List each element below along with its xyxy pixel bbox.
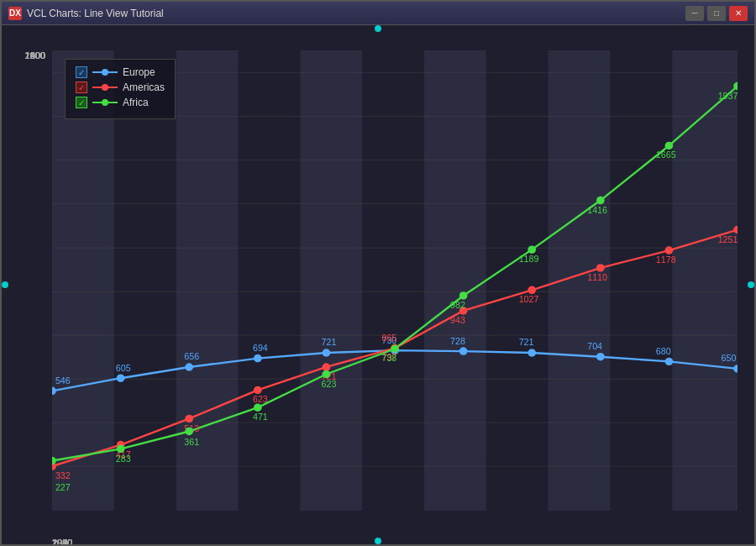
americas-dot-2030 [596,264,605,271]
americas-label-2040: 1178 [656,255,676,265]
x-label-2050: 2050 [52,538,72,544]
europe-dot-2020 [528,349,536,356]
close-button[interactable]: ✕ [729,6,748,21]
europe-dot-1970 [185,363,193,370]
europe-label-1960: 605 [116,363,131,373]
americas-label-2000-alt: 865 [381,333,396,343]
africa-label-2030: 1416 [587,205,607,215]
europe-label-2020: 721 [519,338,534,348]
europe-label-2030: 704 [587,341,602,351]
africa-label-2000: 738 [381,354,396,364]
americas-dot-1990 [323,363,331,370]
africa-label-2010: 982 [450,300,465,310]
window-controls: ─ □ ✕ [685,6,748,21]
africa-dot-1970 [185,428,193,435]
americas-label: Americas [123,81,165,93]
africa-dot-2030 [596,197,605,204]
svg-rect-9 [424,50,486,511]
africa-label-1950: 227 [55,483,71,493]
svg-rect-8 [300,50,362,511]
africa-line-icon [92,97,118,108]
africa-label-1970: 361 [184,437,199,447]
africa-checkbox[interactable]: ✓ [76,97,87,108]
europe-dot-1980 [254,354,262,362]
title-bar: DX VCL Charts: Line View Tutorial ─ □ ✕ [2,2,754,25]
svg-rect-6 [52,50,114,511]
americas-label-2020: 1027 [519,295,539,305]
africa-dot-2000 [391,345,399,353]
africa-label: Africa [123,97,149,108]
svg-point-3 [102,84,108,91]
svg-rect-11 [672,50,738,511]
legend-africa: ✓ Africa [76,97,165,108]
europe-label-1980: 694 [253,343,268,353]
americas-label-1950: 332 [55,470,71,480]
europe-dot-2030 [596,353,605,360]
africa-label-1960: 283 [116,454,131,465]
europe-label-2050: 650 [722,354,737,364]
africa-label-2020: 1189 [519,254,539,264]
americas-line-icon [92,82,118,92]
africa-dot-1990 [323,370,331,378]
americas-label-2050: 1251 [718,234,738,244]
africa-polyline [52,87,738,461]
africa-dot-2040 [665,142,674,150]
americas-checkbox[interactable]: ✓ [76,81,87,93]
americas-dot-1970 [185,415,193,423]
maximize-button[interactable]: □ [707,6,726,21]
legend-europe: ✓ Europe [76,66,165,78]
minimize-button[interactable]: ─ [685,6,704,21]
window-title: VCL Charts: Line View Tutorial [27,8,685,19]
africa-dot-2020 [528,245,536,253]
africa-label-1990: 623 [322,379,337,389]
europe-line-icon [92,67,118,77]
top-scroll-indicator [375,25,381,32]
americas-label-2030: 1110 [587,272,607,282]
americas-label-1980: 623 [253,395,268,405]
europe-label-1990: 721 [322,338,337,348]
chart-svg: 546 605 656 694 721 730 728 721 704 680 … [52,50,738,511]
europe-label: Europe [123,66,155,78]
europe-dot-1990 [323,349,331,356]
europe-label-1970: 656 [184,352,199,362]
chart-container: 2000 1800 1600 1400 1200 1000 800 600 40… [2,25,754,544]
y-label-200: 200 [30,50,45,60]
svg-point-1 [102,69,108,76]
svg-point-5 [102,99,108,106]
europe-label-2010: 728 [450,336,465,346]
app-icon: DX [8,7,22,20]
americas-dot-2040 [665,246,674,254]
europe-dot-2040 [665,358,674,365]
africa-dot-1980 [254,403,262,411]
europe-label-1950: 546 [55,375,71,386]
americas-label-2010: 943 [450,315,465,325]
chart-legend: ✓ Europe ✓ Americas [65,59,176,119]
americas-dot-1980 [254,386,262,394]
africa-label-2050: 1937 [718,91,738,101]
bottom-scroll-indicator [375,538,381,544]
right-scroll-indicator [748,281,754,288]
americas-dot-2020 [528,286,536,294]
africa-dot-2010 [459,291,468,299]
main-window: DX VCL Charts: Line View Tutorial ─ □ ✕ … [0,0,756,546]
africa-label-2040: 1665 [656,150,676,160]
europe-label-2040: 680 [656,346,671,356]
europe-dot-2010 [459,347,468,354]
africa-dot-1960 [117,445,125,453]
europe-checkbox[interactable]: ✓ [76,66,87,78]
legend-americas: ✓ Americas [76,81,165,93]
left-scroll-indicator [2,281,8,288]
africa-label-1980: 471 [253,412,268,422]
y-axis: 2000 1800 1600 1400 1200 1000 800 600 40… [2,50,50,511]
europe-dot-1960 [117,374,125,381]
